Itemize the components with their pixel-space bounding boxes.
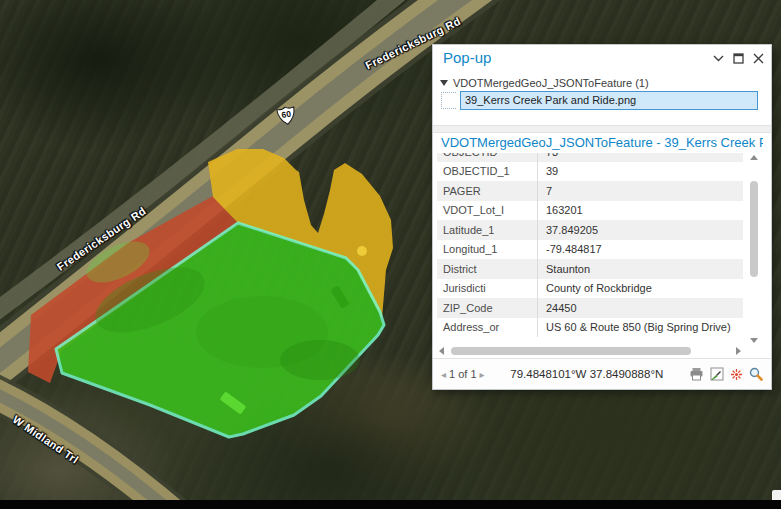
popup-panel: Pop-up VDOTMergedGeoJ_JSONToFeature (1) … bbox=[432, 44, 772, 390]
table-row: VDOT_Lot_I163201 bbox=[437, 201, 743, 221]
field-value: County of Rockbridge bbox=[537, 279, 743, 299]
attachment-item-row: 39_Kerrs Creek Park and Ride.png bbox=[441, 91, 758, 110]
print-icon[interactable] bbox=[689, 367, 704, 381]
feature-pager: ◂ 1 of 1 ▸ bbox=[441, 368, 485, 380]
scroll-up-icon[interactable] bbox=[750, 155, 758, 160]
svg-text:60: 60 bbox=[281, 109, 292, 120]
field-name: Jurisdicti bbox=[437, 282, 537, 294]
field-name: PAGER bbox=[437, 185, 537, 197]
scroll-down-icon[interactable] bbox=[750, 338, 758, 343]
field-name: OBJECTID_1 bbox=[437, 165, 537, 177]
field-value: 24450 bbox=[537, 298, 743, 318]
vegetation-blob bbox=[280, 340, 360, 380]
maximize-icon[interactable] bbox=[733, 53, 744, 64]
attribute-table-region: OBJECTID73OBJECTID_139PAGER7VDOT_Lot_I16… bbox=[437, 153, 743, 343]
field-name: VDOT_Lot_I bbox=[437, 204, 537, 216]
field-value: -79.484817 bbox=[537, 240, 743, 260]
field-name: Address_or bbox=[437, 321, 537, 333]
table-row: Address_orUS 60 & Route 850 (Big Spring … bbox=[437, 318, 743, 338]
field-value: 39 bbox=[537, 162, 743, 182]
close-icon[interactable] bbox=[753, 53, 764, 64]
parcel-yellow-spot bbox=[357, 246, 367, 256]
field-name: OBJECTID bbox=[437, 153, 537, 158]
tree-guide-icon bbox=[441, 92, 456, 109]
field-value: 37.849205 bbox=[537, 220, 743, 240]
zoom-to-feature-icon[interactable] bbox=[749, 367, 763, 381]
table-row: ZIP_Code24450 bbox=[437, 298, 743, 318]
field-name: Longitud_1 bbox=[437, 243, 537, 255]
field-value: 7 bbox=[537, 181, 743, 201]
chevron-down-icon[interactable] bbox=[713, 55, 724, 62]
table-row: OBJECTID73 bbox=[437, 153, 743, 162]
coordinates-readout: 79.4848101°W 37.8490888°N bbox=[485, 368, 689, 380]
field-name: ZIP_Code bbox=[437, 302, 537, 314]
popup-title: Pop-up bbox=[443, 49, 491, 66]
table-row: OBJECTID_139 bbox=[437, 162, 743, 182]
horizontal-scroll-thumb[interactable] bbox=[451, 347, 691, 355]
table-row: Longitud_1-79.484817 bbox=[437, 240, 743, 260]
pager-text: 1 of 1 bbox=[449, 368, 477, 380]
table-row: JurisdictiCounty of Rockbridge bbox=[437, 279, 743, 299]
field-name: District bbox=[437, 263, 537, 275]
popup-header: Pop-up bbox=[433, 45, 771, 72]
tree-expander-icon[interactable] bbox=[440, 80, 448, 86]
field-name: Latitude_1 bbox=[437, 224, 537, 236]
letterbox-bar bbox=[0, 500, 781, 509]
feature-title: VDOTMergedGeoJ_JSONToFeature - 39_Kerrs … bbox=[441, 135, 763, 150]
flash-feature-icon[interactable] bbox=[730, 368, 743, 381]
vertical-scrollbar[interactable] bbox=[747, 153, 761, 345]
vertical-scroll-thumb[interactable] bbox=[750, 181, 758, 277]
attachment-item-selected[interactable]: 39_Kerrs Creek Park and Ride.png bbox=[460, 91, 758, 110]
attachment-layer-label: VDOTMergedGeoJ_JSONToFeature (1) bbox=[453, 77, 649, 89]
table-row: DistrictStaunton bbox=[437, 259, 743, 279]
popup-footer: ◂ 1 of 1 ▸ 79.4848101°W 37.8490888°N bbox=[433, 358, 771, 389]
table-row: Latitude_137.849205 bbox=[437, 220, 743, 240]
popup-divider bbox=[433, 125, 771, 133]
field-value: US 60 & Route 850 (Big Spring Drive) bbox=[537, 318, 743, 338]
horizontal-scrollbar[interactable] bbox=[437, 345, 743, 358]
scroll-right-icon[interactable] bbox=[736, 347, 741, 355]
field-value: Staunton bbox=[537, 259, 743, 279]
table-row: PAGER7 bbox=[437, 181, 743, 201]
application-window: Fredericksburg Rd Fredericksburg Rd W Mi… bbox=[0, 0, 781, 509]
scroll-left-icon[interactable] bbox=[439, 347, 444, 355]
attachment-layer-node[interactable]: VDOTMergedGeoJ_JSONToFeature (1) bbox=[440, 77, 649, 89]
field-value: 73 bbox=[537, 153, 743, 162]
edit-popup-icon[interactable] bbox=[710, 367, 724, 381]
previous-feature-icon[interactable]: ◂ bbox=[441, 369, 446, 380]
field-value: 163201 bbox=[537, 201, 743, 221]
us-60-shield-icon: 60 bbox=[275, 104, 299, 127]
attribute-table: OBJECTID73OBJECTID_139PAGER7VDOT_Lot_I16… bbox=[437, 153, 743, 337]
